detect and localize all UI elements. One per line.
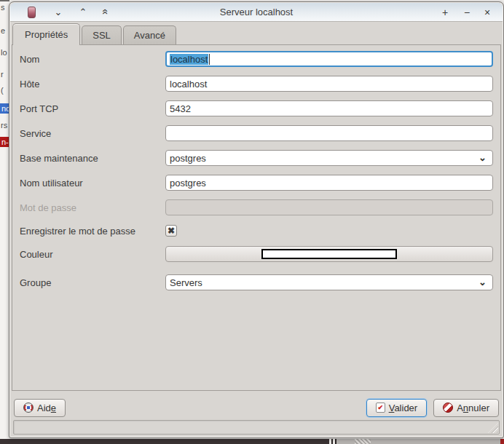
background-bottom-red xyxy=(500,439,504,444)
service-label: Service xyxy=(20,128,165,139)
nom-utilisateur-label: Nom utilisateur xyxy=(20,178,165,189)
background-bottom-bars xyxy=(329,439,336,444)
background-text-fragment: r xyxy=(1,70,4,79)
window-minimize-button[interactable]: − xyxy=(460,7,473,18)
form-row-port: Port TCP xyxy=(20,100,493,116)
form-row-nom: Nom localhost xyxy=(20,51,493,67)
enregistrer-mdp-label: Enregistrer le mot de passe xyxy=(20,226,165,237)
service-input[interactable] xyxy=(165,125,493,141)
background-text-fragment: rs xyxy=(1,121,7,130)
mot-de-passe-label: Mot de passe xyxy=(20,202,165,213)
base-maintenance-value: postgres xyxy=(170,153,206,164)
window-close-button[interactable]: × xyxy=(481,7,494,18)
form-row-nom-utilisateur: Nom utilisateur xyxy=(20,175,493,191)
tab-bar: Propriétés SSL Avancé xyxy=(12,24,178,45)
form-row-couleur: Couleur xyxy=(20,246,493,262)
ok-document-icon: ✔ xyxy=(376,403,385,413)
properties-tab-panel: Nom localhost Hôte Port TCP Service Base… xyxy=(12,44,501,391)
resize-grip[interactable] xyxy=(488,423,498,433)
couleur-picker-button[interactable] xyxy=(165,246,493,262)
base-maintenance-combobox[interactable]: postgres ⌄ xyxy=(165,150,493,166)
background-bottom-checker xyxy=(355,439,371,444)
couleur-swatch xyxy=(261,249,397,259)
form-row-base-maintenance: Base maintenance postgres ⌄ xyxy=(20,150,493,166)
valider-button[interactable]: ✔ Valider xyxy=(366,399,428,417)
form-row-enregistrer-mdp: Enregistrer le mot de passe ✖ xyxy=(20,224,493,237)
status-bar xyxy=(13,420,500,435)
port-tcp-input[interactable] xyxy=(165,100,493,116)
background-bottom-strip xyxy=(0,439,504,444)
server-properties-dialog: ⌄ ⌃ » Serveur localhost + − × Propriétés… xyxy=(9,1,504,438)
enregistrer-mdp-checkbox[interactable]: ✖ xyxy=(165,225,177,237)
cancel-no-entry-icon xyxy=(443,403,453,413)
groupe-value: Servers xyxy=(170,277,202,288)
window-maximize-button[interactable]: + xyxy=(438,7,452,18)
mot-de-passe-input xyxy=(165,199,493,215)
tab-proprietes[interactable]: Propriétés xyxy=(12,23,80,45)
base-maintenance-label: Base maintenance xyxy=(20,153,165,164)
hote-label: Hôte xyxy=(20,79,165,90)
help-lifebuoy-icon xyxy=(23,403,34,413)
form-row-hote: Hôte xyxy=(20,76,493,92)
groupe-label: Groupe xyxy=(20,277,165,288)
chevron-down-icon: ⌄ xyxy=(479,152,487,163)
tab-ssl[interactable]: SSL xyxy=(82,25,122,45)
background-text-fragment: e xyxy=(1,26,5,35)
hote-input[interactable] xyxy=(165,76,493,92)
form-row-service: Service xyxy=(20,125,493,141)
chevron-down-icon: ⌄ xyxy=(479,277,487,288)
text-caret xyxy=(209,54,210,65)
dialog-button-row: Aide ✔ Valider Annuler xyxy=(12,397,500,419)
titlebar[interactable]: ⌄ ⌃ » Serveur localhost + − × xyxy=(10,3,503,22)
nom-label: Nom xyxy=(20,54,165,65)
window-title: Serveur localhost xyxy=(10,7,503,17)
background-text-fragment: ( xyxy=(1,86,4,95)
form-row-groupe: Groupe Servers ⌄ xyxy=(20,274,493,290)
groupe-combobox[interactable]: Servers ⌄ xyxy=(165,274,493,290)
dialog-action-buttons: ✔ Valider Annuler xyxy=(366,399,499,417)
form-row-mot-de-passe: Mot de passe xyxy=(20,199,493,215)
background-text-fragment: lo xyxy=(1,48,7,57)
annuler-button[interactable]: Annuler xyxy=(433,399,499,417)
aide-button[interactable]: Aide xyxy=(14,399,66,417)
nom-selected-text: localhost xyxy=(170,54,208,65)
port-tcp-label: Port TCP xyxy=(20,103,165,114)
couleur-label: Couleur xyxy=(20,249,165,260)
nom-utilisateur-input[interactable] xyxy=(165,175,493,191)
background-text-fragment: s xyxy=(1,3,5,12)
tab-avance[interactable]: Avancé xyxy=(123,25,176,45)
nom-input[interactable]: localhost xyxy=(165,51,493,67)
